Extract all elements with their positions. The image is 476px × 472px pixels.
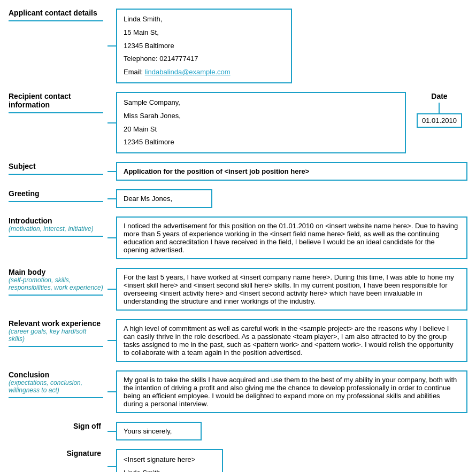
greeting-label-col: Greeting xyxy=(9,189,108,208)
applicant-section: Applicant contact details Linda Smith, 1… xyxy=(9,9,467,83)
signoff-connector xyxy=(108,422,116,440)
mainbody-label: Main body xyxy=(9,268,103,276)
recipient-date-row: Recipient contact information Sample Com… xyxy=(9,92,467,153)
greeting-section: Greeting Dear Ms Jones, xyxy=(9,189,467,208)
relevantwork-sub: (career goals, key hard/soft skills) xyxy=(9,328,103,343)
date-label: Date xyxy=(431,92,447,100)
applicant-content: Linda Smith, 15 Main St, 12345 Baltimore… xyxy=(116,9,292,83)
relevantwork-connector xyxy=(108,319,116,362)
signature-content: <Insert signature here> Linda Smith xyxy=(116,449,467,472)
conclusion-label: Conclusion xyxy=(9,370,103,379)
mainbody-section: Main body (self-promotion, skills, respo… xyxy=(9,268,467,311)
recipient-label-col: Recipient contact information xyxy=(9,92,108,153)
applicant-line-2: 15 Main St, xyxy=(124,27,285,38)
recipient-line-2: Miss Sarah Jones, xyxy=(124,111,398,122)
conclusion-content: My goal is to take the skills I have acq… xyxy=(116,370,467,413)
greeting-content: Dear Ms Jones, xyxy=(116,189,467,208)
conclusion-sub: (expectations, conclusion, willingness t… xyxy=(9,379,103,394)
introduction-connector xyxy=(108,216,116,259)
introduction-content: I noticed the advertisement for this pos… xyxy=(116,216,467,259)
signoff-section: Sign off Yours sincerely, xyxy=(9,422,467,440)
mainbody-content: For the last 5 years, I have worked at <… xyxy=(116,268,467,311)
signoff-label-col: Sign off xyxy=(9,422,108,440)
date-box: 01.01.2010 xyxy=(417,113,462,128)
relevantwork-label: Relevant work experience xyxy=(9,319,103,328)
applicant-email-link[interactable]: lindabalinda@example.com xyxy=(145,68,231,76)
subject-connector xyxy=(108,162,116,181)
subject-section: Subject Application for the position of … xyxy=(9,162,467,181)
signature-label-col: Signature xyxy=(9,449,108,472)
subject-label: Subject xyxy=(9,162,103,171)
subject-label-col: Subject xyxy=(9,162,108,181)
applicant-label-col: Applicant contact details xyxy=(9,9,108,83)
mainbody-label-col: Main body (self-promotion, skills, respo… xyxy=(9,268,108,311)
date-section: Date 01.01.2010 xyxy=(406,92,467,128)
introduction-label: Introduction xyxy=(9,216,103,225)
signature-section: Signature <Insert signature here> Linda … xyxy=(9,449,467,472)
recipient-line-1: Sample Company, xyxy=(124,97,398,109)
introduction-sub: (motivation, interest, initiative) xyxy=(9,225,103,233)
applicant-line-4: Telephone: 0214777417 xyxy=(124,53,285,65)
greeting-label: Greeting xyxy=(9,189,103,198)
applicant-label: Applicant contact details xyxy=(9,9,103,17)
applicant-line-1: Linda Smith, xyxy=(124,14,285,25)
relevantwork-section: Relevant work experience (career goals, … xyxy=(9,319,467,362)
signoff-label: Sign off xyxy=(73,422,101,430)
signature-connector xyxy=(108,449,116,472)
conclusion-box: My goal is to take the skills I have acq… xyxy=(116,370,467,413)
greeting-connector xyxy=(108,189,116,208)
page-layout: Applicant contact details Linda Smith, 1… xyxy=(9,9,467,472)
recipient-section: Recipient contact information Sample Com… xyxy=(9,92,406,153)
recipient-line-3: 20 Main St xyxy=(124,124,398,135)
signature-box: <Insert signature here> Linda Smith xyxy=(116,449,223,472)
applicant-connector xyxy=(108,9,116,83)
recipient-connector xyxy=(108,92,116,153)
mainbody-box: For the last 5 years, I have worked at <… xyxy=(116,268,467,311)
signature-name: Linda Smith xyxy=(124,468,216,472)
recipient-box: Sample Company, Miss Sarah Jones, 20 Mai… xyxy=(116,92,406,153)
greeting-box: Dear Ms Jones, xyxy=(116,189,212,208)
mainbody-sub: (self-promotion, skills, responsibilitie… xyxy=(9,276,103,291)
recipient-line-4: 12345 Baltimore xyxy=(124,137,398,148)
introduction-box: I noticed the advertisement for this pos… xyxy=(116,216,467,259)
recipient-label: Recipient contact information xyxy=(9,92,103,109)
signoff-content: Yours sincerely, xyxy=(116,422,467,440)
applicant-line-3: 12345 Baltimore xyxy=(124,41,285,52)
signoff-box: Yours sincerely, xyxy=(116,422,202,440)
conclusion-connector xyxy=(108,370,116,413)
introduction-section: Introduction (motivation, interest, init… xyxy=(9,216,467,259)
subject-content: Application for the position of <insert … xyxy=(116,162,467,181)
signature-label: Signature xyxy=(66,449,101,458)
relevantwork-box: A high level of commitment as well as ca… xyxy=(116,319,467,362)
conclusion-section: Conclusion (expectations, conclusion, wi… xyxy=(9,370,467,413)
introduction-label-col: Introduction (motivation, interest, init… xyxy=(9,216,108,259)
relevantwork-label-col: Relevant work experience (career goals, … xyxy=(9,319,108,362)
signature-text: <Insert signature here> xyxy=(124,454,216,466)
mainbody-connector xyxy=(108,268,116,311)
conclusion-label-col: Conclusion (expectations, conclusion, wi… xyxy=(9,370,108,413)
subject-box: Application for the position of <insert … xyxy=(116,162,467,181)
applicant-box: Linda Smith, 15 Main St, 12345 Baltimore… xyxy=(116,9,292,83)
date-connector-line xyxy=(439,103,440,113)
relevantwork-content: A high level of commitment as well as ca… xyxy=(116,319,467,362)
applicant-email-line: Email: lindabalinda@example.com xyxy=(124,67,285,78)
recipient-content: Sample Company, Miss Sarah Jones, 20 Mai… xyxy=(116,92,406,153)
